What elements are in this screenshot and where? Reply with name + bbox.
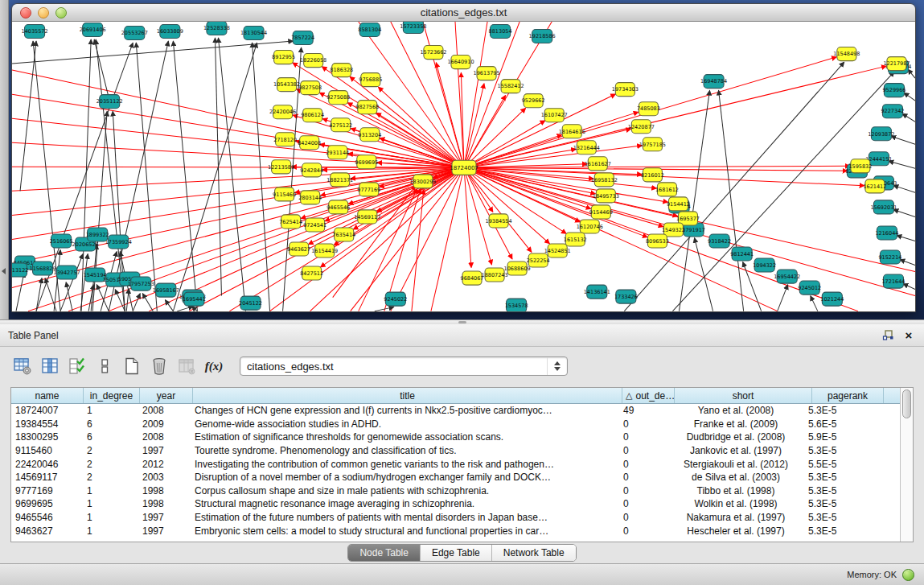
table-row[interactable]: 911546021997Tourette syndrome. Phenomeno… (11, 444, 900, 458)
table-cell[interactable]: 2008 (138, 431, 191, 443)
graph-node[interactable]: 16954422 (774, 270, 800, 283)
table-cell[interactable]: 1 (83, 525, 138, 537)
graph-node[interactable]: 22420046 (269, 105, 296, 119)
splitter-grip-icon[interactable] (458, 321, 466, 323)
graph-node[interactable]: 9724541 (303, 218, 326, 232)
graph-node[interactable]: 16161627 (585, 157, 611, 171)
column-header-indegree[interactable]: in_degree (84, 388, 140, 403)
graph-node[interactable]: 19734303 (612, 83, 639, 97)
table-cell[interactable]: Nakamura et al. (1997) (667, 512, 804, 523)
table-row[interactable]: 1456911722003Disruption of a novel membe… (11, 471, 900, 484)
panel-splitter[interactable] (0, 319, 924, 324)
graph-node[interactable]: 1216044 (875, 226, 898, 240)
table-cell[interactable]: 9777169 (11, 485, 83, 496)
table-row[interactable]: 1938455462009Genome-wide association stu… (11, 418, 900, 431)
graph-node[interactable]: 1595832 (848, 159, 872, 173)
graph-node[interactable]: 13216444 (573, 141, 600, 154)
graph-node[interactable]: 3913122 (12, 263, 28, 277)
close-window-button[interactable] (20, 7, 31, 19)
graph-node[interactable]: 7635414 (332, 228, 355, 241)
graph-node[interactable]: 8813054 (489, 25, 512, 39)
table-cell[interactable]: 18724007 (11, 405, 83, 416)
table-cell[interactable]: 1 (83, 498, 138, 509)
graph-node[interactable]: 7857224 (291, 31, 314, 45)
table-cell[interactable]: Genome-wide association studies in ADHD. (191, 418, 619, 430)
show-column-icon[interactable] (37, 353, 63, 379)
table-cell[interactable]: Wolkin et al. (1998) (667, 498, 804, 509)
table-cell[interactable]: 2 (83, 445, 138, 456)
table-cell[interactable]: 5.3E-5 (804, 405, 875, 416)
table-cell[interactable]: Estimation of significance thresholds fo… (191, 431, 619, 443)
column-header-year[interactable]: year (140, 388, 193, 403)
table-cell[interactable]: 22420046 (11, 459, 83, 470)
column-header-title[interactable]: title (193, 388, 622, 403)
table-cell[interactable]: 1 (83, 512, 138, 523)
graph-node[interactable]: 16120746 (577, 220, 603, 233)
table-cell[interactable]: 1997 (138, 525, 191, 537)
graph-node[interactable]: 12217987 (883, 57, 910, 71)
table-cell[interactable]: 0 (619, 459, 667, 470)
table-cell[interactable]: 5.9E-5 (804, 431, 875, 443)
vertical-scrollbar[interactable] (900, 388, 913, 542)
table-cell[interactable]: 14569117 (11, 472, 83, 483)
table-cell[interactable]: 0 (619, 485, 667, 496)
table-row[interactable]: 946554611997Estimation of the future num… (11, 511, 900, 525)
table-cell[interactable]: 2009 (138, 418, 191, 430)
graph-node[interactable]: 12420877 (628, 120, 655, 134)
table-cell[interactable]: 0 (619, 431, 667, 443)
table-cell[interactable]: 1 (83, 485, 138, 496)
graph-node[interactable]: 2516065 (50, 234, 73, 248)
table-cell[interactable]: Franke et al. (2009) (667, 418, 804, 430)
graph-node[interactable]: 14569117 (354, 210, 380, 224)
column-header-outde[interactable]: △out_de… (622, 388, 675, 403)
graph-node[interactable]: 7485083 (637, 102, 660, 116)
column-header-pagerank[interactable]: pagerank (812, 388, 884, 403)
graph-node[interactable]: 12213589 (268, 160, 294, 174)
minimize-window-button[interactable] (38, 7, 49, 19)
delete-table-icon[interactable] (146, 353, 172, 379)
new-table-icon[interactable] (119, 353, 145, 379)
graph-node[interactable]: 1621412 (863, 179, 886, 193)
graph-node[interactable]: 2803144 (298, 191, 322, 204)
graph-node[interactable]: 8912955 (272, 51, 295, 64)
graph-node[interactable]: 14136141 (584, 285, 610, 299)
table-cell[interactable]: Hescheler et al. (1997) (667, 525, 804, 537)
graph-node[interactable]: 1615132 (564, 233, 587, 246)
graph-node[interactable]: 9777169 (357, 183, 380, 196)
graph-node[interactable]: 9154412 (667, 197, 690, 211)
table-cell[interactable]: Jankovic et al. (1997) (667, 445, 804, 456)
table-cell[interactable]: 1998 (138, 498, 191, 509)
graph-node[interactable]: 1534578 (505, 299, 528, 312)
table-cell[interactable]: 6 (83, 431, 138, 443)
graph-node[interactable]: 2718120 (273, 133, 297, 146)
graph-node[interactable]: 18495733 (593, 189, 619, 203)
table-cell[interactable]: 2008 (138, 405, 191, 416)
table-cell[interactable]: Stergiakouli et al. (2012) (667, 459, 804, 470)
graph-node[interactable]: 1695441 (183, 292, 206, 306)
table-cell[interactable]: 9115460 (11, 445, 83, 456)
graph-node[interactable]: 8581304 (358, 23, 381, 37)
table-cell[interactable]: 0 (619, 512, 667, 523)
table-cell[interactable]: 9465546 (11, 512, 83, 523)
graph-node[interactable]: 11548498 (833, 47, 860, 61)
graph-node[interactable]: 9227342 (881, 105, 904, 118)
table-cell[interactable]: 1997 (138, 512, 191, 523)
table-cell[interactable]: Yano et al. (2008) (667, 405, 804, 416)
graph-node[interactable]: 12528338 (203, 22, 230, 35)
graph-node[interactable]: 19384554 (486, 214, 512, 228)
graph-node[interactable]: 16958167 (153, 283, 179, 297)
graph-node[interactable]: 16107427 (541, 109, 568, 122)
graph-node[interactable]: 9242844 (300, 163, 323, 177)
graph-node[interactable]: 18226058 (300, 54, 326, 68)
graph-node[interactable]: 1899322 (86, 228, 109, 241)
column-header-short[interactable]: short (675, 388, 812, 403)
table-cell[interactable]: 5.6E-5 (804, 418, 875, 430)
collapse-handle-icon[interactable] (2, 268, 6, 274)
table-cell[interactable]: Embryonic stem cells: a model to study s… (191, 525, 619, 537)
graph-node[interactable]: 15723358 (400, 22, 426, 34)
table-cell[interactable]: Dudbridge et al. (2008) (667, 431, 804, 443)
graph-node[interactable]: 7625414 (279, 215, 302, 229)
table-cell[interactable]: 5.3E-5 (804, 472, 875, 483)
table-cell[interactable]: 5.3E-5 (804, 525, 875, 537)
graph-node[interactable]: 8186328 (330, 64, 353, 77)
